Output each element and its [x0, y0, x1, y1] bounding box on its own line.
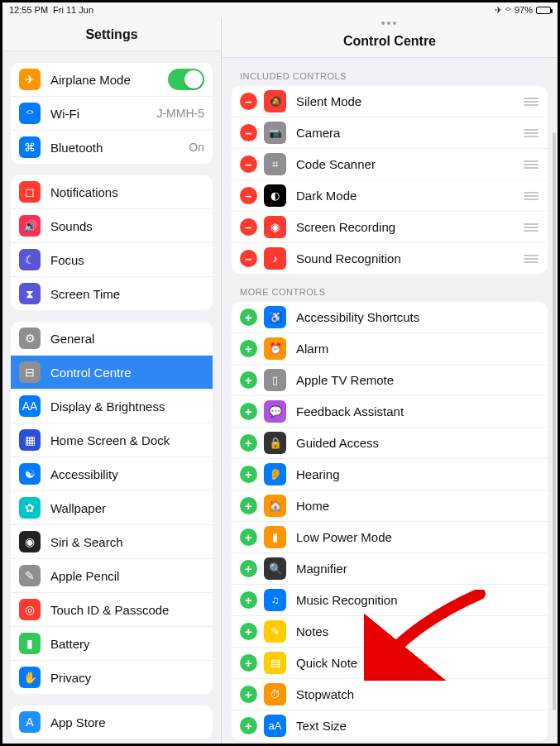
add-button[interactable]: + [240, 560, 257, 577]
display-icon: AA [19, 395, 41, 417]
control-row: –📷Camera [232, 117, 548, 149]
sidebar-item-label: Focus [50, 253, 204, 267]
control-label: Magnifier [296, 562, 539, 576]
sidebar-item-label: Display & Brightness [50, 399, 204, 414]
control-row: +👂Hearing [232, 459, 548, 490]
sidebar-item-homescreen[interactable]: ▦Home Screen & Dock [11, 423, 213, 457]
drag-handle-icon[interactable] [523, 192, 539, 200]
controlcentre-icon: ⊟ [19, 361, 41, 383]
control-icon: 🔍 [264, 557, 286, 580]
control-icon: ◉ [264, 216, 286, 238]
sidebar-item-appstore[interactable]: AApp Store [11, 705, 213, 739]
add-button[interactable]: + [240, 686, 257, 703]
control-label: Dark Mode [296, 189, 523, 203]
add-button[interactable]: + [240, 466, 257, 483]
add-button[interactable]: + [240, 371, 257, 389]
remove-button[interactable]: – [240, 124, 257, 141]
sidebar-item-display[interactable]: AADisplay & Brightness [11, 390, 213, 423]
sidebar-item-bluetooth[interactable]: ⌘BluetoothOn [11, 131, 213, 164]
control-icon: ♫ [264, 589, 286, 611]
control-icon: ▮ [264, 526, 286, 548]
control-row: +▤Quick Note [232, 648, 548, 679]
siri-icon: ◉ [19, 531, 41, 552]
drag-handle-icon[interactable] [523, 255, 539, 263]
sidebar-item-battery[interactable]: ▮Battery [11, 627, 213, 661]
sidebar-item-controlcentre[interactable]: ⊟Control Centre [11, 356, 213, 390]
control-label: Text Size [296, 719, 539, 733]
control-icon: ⏰ [264, 337, 286, 360]
sidebar-item-screentime[interactable]: ⧗Screen Time [11, 277, 213, 310]
sidebar-item-general[interactable]: ⚙General [11, 322, 213, 356]
sidebar-item-label: Touch ID & Passcode [50, 603, 204, 617]
drag-handle-icon[interactable] [523, 160, 539, 169]
remove-button[interactable]: – [240, 250, 257, 267]
control-row: +▯Apple TV Remote [232, 365, 548, 396]
add-button[interactable]: + [240, 497, 257, 514]
add-button[interactable]: + [240, 591, 257, 609]
sidebar-item-pencil[interactable]: ✎Apple Pencil [11, 559, 213, 593]
sidebar-item-label: Apple Pencil [50, 569, 204, 583]
control-label: Quick Note [296, 656, 539, 670]
add-button[interactable]: + [240, 403, 257, 420]
sidebar-item-privacy[interactable]: ✋Privacy [11, 661, 213, 694]
add-button[interactable]: + [240, 623, 257, 640]
control-row: –♪Sound Recognition [232, 243, 548, 274]
sidebar-item-label: Wi-Fi [50, 107, 156, 121]
add-button[interactable]: + [240, 340, 257, 357]
bluetooth-icon: ⌘ [19, 136, 41, 158]
add-button[interactable]: + [240, 528, 257, 546]
remove-button[interactable]: – [240, 93, 257, 110]
scrollbar[interactable] [553, 132, 556, 710]
control-label: Sound Recognition [296, 251, 523, 265]
control-row: +⏱Stopwatch [232, 679, 548, 710]
accessibility-icon: ☯ [19, 463, 41, 485]
section-title: MORE CONTROLS [222, 274, 558, 302]
remove-button[interactable]: – [240, 155, 257, 173]
wallpaper-icon: ✿ [19, 497, 41, 519]
sidebar-item-accessibility[interactable]: ☯Accessibility [11, 457, 213, 491]
control-label: Apple TV Remote [296, 373, 539, 387]
sidebar-item-notifications[interactable]: ◻Notifications [11, 175, 213, 209]
control-label: Notes [296, 624, 539, 638]
add-button[interactable]: + [240, 717, 257, 734]
sidebar-item-label: Siri & Search [50, 535, 204, 549]
airplane-icon: ✈ [19, 69, 41, 90]
sidebar-item-label: Airplane Mode [50, 73, 168, 87]
remove-button[interactable]: – [240, 218, 257, 236]
control-icon: 👂 [264, 463, 286, 485]
add-button[interactable]: + [240, 434, 257, 452]
remove-button[interactable]: – [240, 187, 257, 204]
control-label: Camera [296, 126, 523, 140]
control-icon: ✎ [264, 620, 286, 643]
drag-handle-icon[interactable] [523, 129, 539, 137]
control-icon: 🔕 [264, 90, 286, 112]
sidebar-item-touchid[interactable]: ◎Touch ID & Passcode [11, 593, 213, 627]
sidebar-item-focus[interactable]: ☾Focus [11, 243, 213, 277]
drag-handle-icon[interactable] [523, 98, 539, 106]
control-row: +♫Music Recognition [232, 585, 548, 616]
content-pane: ••• Control Centre INCLUDED CONTROLS–🔕Si… [222, 17, 558, 744]
sidebar-item-siri[interactable]: ◉Siri & Search [11, 525, 213, 559]
toggle-airplane[interactable] [168, 69, 204, 90]
sidebar-item-label: Screen Time [50, 287, 204, 301]
add-button[interactable]: + [240, 654, 257, 672]
sidebar-item-airplane[interactable]: ✈Airplane Mode [11, 63, 213, 97]
sidebar-item-label: Accessibility [50, 467, 204, 481]
sounds-icon: 🔊 [19, 215, 41, 237]
sidebar-item-sounds[interactable]: 🔊Sounds [11, 209, 213, 243]
privacy-icon: ✋ [19, 667, 41, 688]
drag-handle-icon[interactable] [523, 223, 539, 232]
sidebar-item-wallpaper[interactable]: ✿Wallpaper [11, 491, 213, 525]
multitask-dots[interactable]: ••• [222, 17, 558, 29]
control-icon: ▤ [264, 652, 286, 674]
sidebar-item-label: App Store [50, 715, 204, 729]
settings-sidebar: Settings ✈Airplane Mode⌔Wi-FiJ-MMH-5⌘Blu… [2, 17, 222, 744]
sidebar-item-wifi[interactable]: ⌔Wi-FiJ-MMH-5 [11, 97, 213, 131]
sidebar-item-label: Bluetooth [50, 141, 189, 155]
notifications-icon: ◻ [19, 181, 41, 203]
sidebar-item-label: General [50, 332, 204, 346]
appstore-icon: A [19, 711, 41, 733]
control-label: Accessibility Shortcuts [296, 310, 539, 324]
add-button[interactable]: + [240, 308, 257, 326]
control-icon: ♪ [264, 247, 286, 270]
